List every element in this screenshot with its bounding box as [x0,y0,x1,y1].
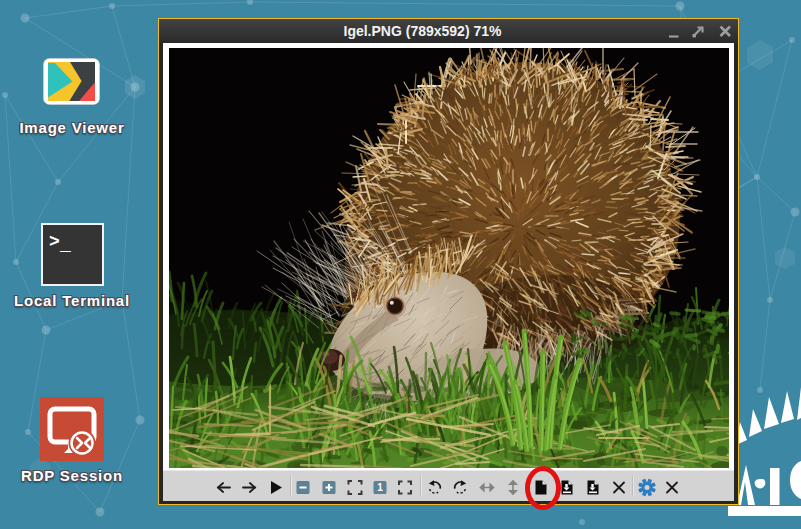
svg-text:>: > [49,232,60,252]
svg-text:_: _ [59,235,71,255]
svg-text:1: 1 [377,482,383,493]
